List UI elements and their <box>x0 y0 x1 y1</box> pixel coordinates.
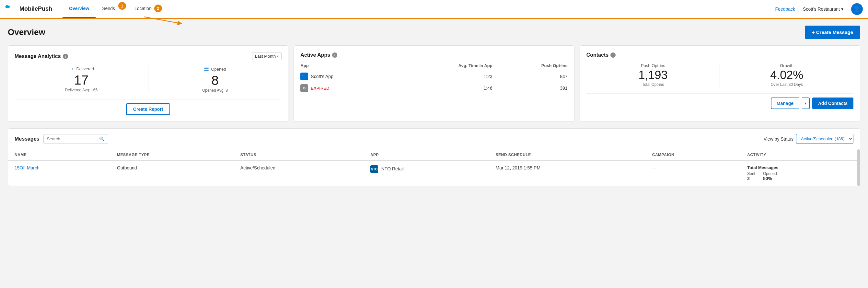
col-header-status: STATUS <box>234 149 364 161</box>
messages-section: Messages 🔍 View by Status Active/Schedul… <box>8 128 860 186</box>
opened-value: 50% <box>763 176 777 181</box>
scrollbar[interactable] <box>857 149 860 186</box>
messages-table-container: NAME MESSAGE TYPE STATUS APP SEND SCHEDU… <box>8 149 860 186</box>
location-badge: 2 <box>154 4 162 12</box>
row-app: NTO NTO Retail <box>364 161 489 186</box>
col-header-campaign: CAMPAIGN <box>646 149 741 161</box>
messages-search-input[interactable] <box>47 136 97 141</box>
nav-tab-sends[interactable]: Sends 1 <box>96 0 122 18</box>
app-optins-1: 391 <box>493 82 568 94</box>
app-name-label: MobilePush <box>20 5 52 12</box>
view-status-select[interactable]: Active/Scheduled (186) <box>796 134 854 144</box>
page-title-area: Overview <box>8 27 45 37</box>
opened-col: Opened 50% <box>763 171 777 181</box>
activity-sub: Sent 2 Opened 50% <box>747 171 854 181</box>
cards-row: Message Analytics i Last Month ▾ → Deliv… <box>8 45 860 122</box>
account-dropdown-icon: ▾ <box>841 6 843 12</box>
growth-sub: Over Last 30 Days <box>724 82 849 87</box>
account-selector[interactable]: Scott's Restaurant ▾ <box>803 6 843 12</box>
delivered-label: → Delivered <box>20 65 143 72</box>
header-right: Feedback Scott's Restaurant ▾ 👤 <box>775 3 863 15</box>
app-avg-time-0: 1:23 <box>395 71 493 82</box>
analytics-info-icon[interactable]: i <box>63 54 68 59</box>
push-optins-value: 1,193 <box>590 69 716 81</box>
app-row-1: ⚙ EXPIRED 1:46 391 <box>300 82 567 94</box>
growth-label: Growth <box>724 63 849 68</box>
row-message-type: Outbound <box>111 161 234 186</box>
opened-avg: Opened Avg: 8 <box>154 88 277 93</box>
push-optins-sub: Total Opt-ins <box>590 82 716 87</box>
apps-table: App Avg. Time in App Push Opt-ins <box>300 63 567 94</box>
opened-metric: ☰ Opened 8 Opened Avg: 8 <box>148 65 282 93</box>
col-push-optins: Push Opt-ins <box>493 63 568 71</box>
col-header-send-schedule: SEND SCHEDULE <box>489 149 646 161</box>
message-name-link[interactable]: 15Off March <box>14 165 39 170</box>
delivered-value: 17 <box>20 73 143 87</box>
growth-value: 4.02% <box>724 69 849 81</box>
add-contacts-button[interactable]: Add Contacts <box>812 97 854 109</box>
app-icon-0 <box>300 72 308 81</box>
app-logo: MobilePush <box>5 3 52 15</box>
row-name: 15Off March <box>8 161 111 186</box>
growth-metric: Growth 4.02% Over Last 30 Days <box>720 63 854 87</box>
filter-chevron-icon: ▾ <box>277 55 279 58</box>
app-name-1: ⚙ EXPIRED <box>300 82 395 94</box>
manage-button[interactable]: Manage <box>771 97 799 109</box>
activity-cell: Total Messages Sent 2 Opened 50% <box>747 165 854 181</box>
table-header-row: NAME MESSAGE TYPE STATUS APP SEND SCHEDU… <box>8 149 860 161</box>
sent-col: Sent 2 <box>747 171 755 181</box>
page-header: Overview + Create Message <box>8 26 860 39</box>
analytics-filter-dropdown[interactable]: Last Month ▾ <box>252 52 282 60</box>
messages-header: Messages 🔍 View by Status Active/Schedul… <box>8 129 860 149</box>
active-apps-card: Active Apps i App Avg. Time in App Push … <box>293 45 574 122</box>
create-report-button[interactable]: Create Report <box>126 103 170 115</box>
nav-tab-location[interactable]: Location 2 <box>128 0 168 18</box>
row-status: Active/Scheduled <box>234 161 364 186</box>
create-message-button[interactable]: + Create Message <box>805 26 860 39</box>
push-optins-label: Push Opt-ins <box>590 63 716 68</box>
avatar-icon: 👤 <box>854 6 860 12</box>
opened-icon: ☰ <box>204 65 209 72</box>
contacts-card-title: Contacts i <box>586 52 616 58</box>
nav-tab-overview[interactable]: Overview <box>63 0 96 18</box>
salesforce-logo-icon <box>5 3 17 15</box>
manage-dropdown-icon: ▾ <box>805 101 806 106</box>
delivered-avg: Delivered Avg: 165 <box>20 88 143 92</box>
app-optins-0: 847 <box>493 71 568 82</box>
active-apps-title: Active Apps i <box>300 52 337 58</box>
app-header: MobilePush Overview Sends 1 Location 2 <box>0 0 868 18</box>
activity-header: Total Messages <box>747 165 854 170</box>
overview-underline <box>65 17 66 18</box>
message-analytics-card: Message Analytics i Last Month ▾ → Deliv… <box>8 45 288 122</box>
nto-retail-icon: NTO <box>370 165 378 173</box>
col-app: App <box>300 63 395 71</box>
contacts-metrics: Push Opt-ins 1,193 Total Opt-ins Growth … <box>586 63 854 87</box>
messages-section-title: Messages <box>14 136 39 142</box>
sent-label: Sent <box>747 171 755 176</box>
contacts-card-footer: Manage ▾ Add Contacts <box>586 93 854 109</box>
active-apps-info-icon[interactable]: i <box>332 53 337 58</box>
row-send-schedule: Mar 12, 2019 1:55 PM <box>489 161 646 186</box>
app-row-0: Scott's App 1:23 847 <box>300 71 567 82</box>
main-content: Overview + Create Message Message Analyt… <box>0 19 868 193</box>
page-title: Overview <box>8 27 45 37</box>
messages-controls-right: View by Status Active/Scheduled (186) <box>764 134 854 144</box>
contacts-info-icon[interactable]: i <box>611 53 616 58</box>
messages-table: NAME MESSAGE TYPE STATUS APP SEND SCHEDU… <box>8 149 860 186</box>
row-activity: Total Messages Sent 2 Opened 50% <box>741 161 860 186</box>
messages-search-box[interactable]: 🔍 <box>43 134 108 144</box>
col-header-name: NAME <box>8 149 111 161</box>
contacts-card-header: Contacts i <box>586 52 854 58</box>
user-avatar[interactable]: 👤 <box>851 3 863 15</box>
feedback-link[interactable]: Feedback <box>775 6 795 12</box>
manage-dropdown-button[interactable]: ▾ <box>802 97 810 109</box>
opened-label: ☰ Opened <box>154 65 277 72</box>
active-apps-header: Active Apps i <box>300 52 567 58</box>
sent-value: 2 <box>747 176 755 181</box>
table-row: 15Off March Outbound Active/Scheduled NT… <box>8 161 860 186</box>
scotts-app-icon <box>302 74 307 79</box>
step-badge-1: 1 <box>118 2 126 10</box>
delivered-metric: → Delivered 17 Delivered Avg: 165 <box>14 65 148 93</box>
row-campaign: -- <box>646 161 741 186</box>
analytics-card-title: Message Analytics i <box>14 54 68 59</box>
